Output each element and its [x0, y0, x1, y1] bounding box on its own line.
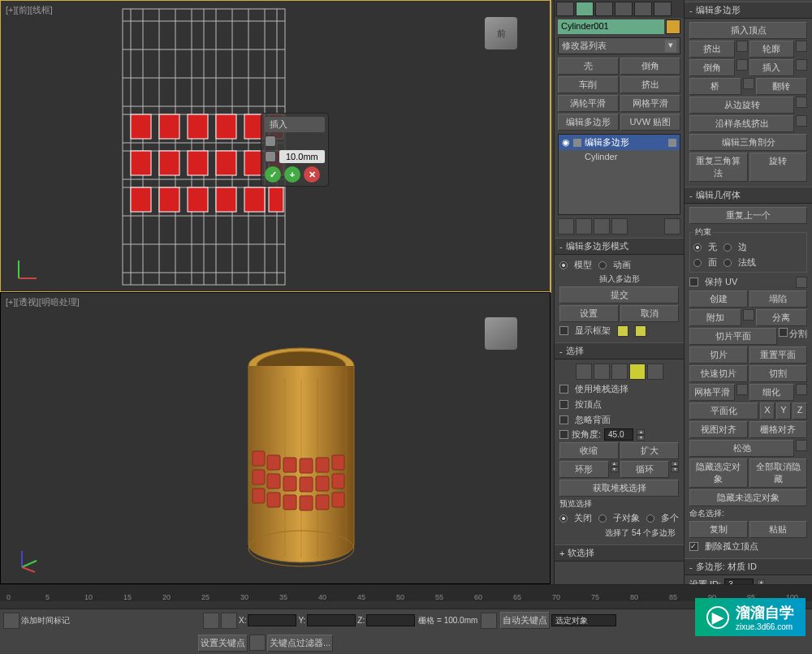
commit-button[interactable]: 提交 — [559, 286, 679, 303]
viewcube-persp[interactable] — [485, 317, 517, 350]
remove-modifier-icon[interactable] — [611, 218, 628, 234]
turn-button[interactable]: 旋转 — [749, 153, 808, 182]
rollout-header[interactable]: -编辑多边形模式 — [555, 238, 684, 255]
caddy-amount-icon[interactable] — [265, 151, 276, 162]
inset-settings[interactable] — [796, 59, 807, 71]
constraint-normal-radio[interactable] — [723, 259, 732, 267]
quickslice-button[interactable]: 快速切片 — [689, 365, 748, 382]
attach-button[interactable]: 附加 — [689, 309, 741, 326]
insert-vertex-button[interactable]: 插入顶点 — [689, 22, 807, 39]
cut-button[interactable]: 切割 — [749, 365, 808, 382]
viewport-front[interactable]: [+][前][线框] 前 — [0, 0, 551, 292]
edge-icon[interactable] — [594, 364, 610, 380]
border-icon[interactable] — [611, 364, 628, 380]
preserve-uv-check[interactable] — [689, 278, 698, 286]
create-tab-icon[interactable] — [556, 2, 574, 16]
ring-spinner[interactable]: ▴▾ — [611, 461, 619, 478]
bridge-button[interactable]: 桥 — [689, 78, 741, 95]
loop-spinner[interactable]: ▴▾ — [671, 461, 679, 478]
rollout-header[interactable]: -多边形: 材质 ID — [685, 558, 812, 575]
collapse-button[interactable]: 塌陷 — [749, 290, 808, 308]
set-key-button[interactable]: 设置关键点 — [198, 635, 248, 652]
caddy-type-button[interactable] — [265, 136, 276, 147]
add-time-tag[interactable]: 添加时间标记 — [21, 615, 70, 626]
detach-button[interactable]: 分离 — [756, 309, 808, 326]
rollout-header[interactable]: -选择 — [555, 342, 684, 359]
modify-tab-icon[interactable] — [576, 2, 594, 16]
settings-button[interactable]: 设置 — [559, 305, 619, 322]
del-iso-check[interactable] — [689, 542, 698, 551]
use-stack-check[interactable] — [559, 385, 568, 394]
paste-button[interactable]: 粘贴 — [749, 521, 808, 538]
preset-extrude[interactable]: 挤出 — [620, 76, 681, 93]
auto-key-button[interactable]: 自动关键点 — [500, 612, 550, 629]
retri-button[interactable]: 重复三角算法 — [689, 153, 748, 182]
bridge-settings[interactable] — [743, 78, 754, 89]
preview-off-radio[interactable] — [559, 514, 568, 523]
show-cage-check[interactable] — [559, 326, 568, 335]
planar-z[interactable]: Z — [793, 402, 807, 420]
cage-color1[interactable] — [617, 325, 628, 337]
show-end-result-icon[interactable] — [576, 218, 592, 234]
configure-sets-icon[interactable] — [664, 218, 680, 234]
script-icon[interactable] — [3, 613, 19, 629]
extrude-spline-settings[interactable] — [796, 115, 807, 127]
anim-radio[interactable] — [598, 261, 607, 269]
shrink-button[interactable]: 收缩 — [559, 442, 619, 459]
y-input[interactable] — [307, 614, 356, 626]
hide-sel-button[interactable]: 隐藏选定对象 — [689, 458, 748, 488]
hide-unsel-button[interactable]: 隐藏未选定对象 — [689, 489, 807, 506]
stack-item-editpoly[interactable]: ◉ 编辑多边形 — [559, 135, 680, 150]
preset-editpoly[interactable]: 编辑多边形 — [558, 114, 619, 131]
viewport-perspective[interactable]: [+][透视][明暗处理] — [0, 292, 551, 584]
stack-toggle-icon[interactable] — [668, 139, 676, 147]
reset-plane-button[interactable]: 重置平面 — [749, 346, 808, 364]
modifier-list-dropdown[interactable]: 修改器列表 ▾ — [558, 37, 680, 54]
angle-spinner[interactable]: 45.0 — [604, 428, 633, 441]
preview-subobj-radio[interactable] — [598, 514, 607, 523]
split-check[interactable] — [779, 328, 788, 337]
edit-tri-button[interactable]: 编辑三角剖分 — [689, 134, 807, 151]
unhide-all-button[interactable]: 全部取消隐藏 — [749, 458, 808, 488]
rollout-header[interactable]: -编辑多边形 — [685, 2, 812, 19]
slice-button[interactable]: 切片 — [689, 346, 748, 364]
outline-button[interactable]: 轮廓 — [749, 41, 795, 58]
inset-button[interactable]: 插入 — [749, 59, 795, 76]
motion-tab-icon[interactable] — [615, 2, 633, 16]
copy-button[interactable]: 复制 — [689, 521, 748, 538]
grow-button[interactable]: 扩大 — [620, 442, 680, 459]
caddy-amount-spinner[interactable]: 10.0mm — [279, 150, 325, 163]
planar-y[interactable]: Y — [776, 402, 791, 420]
attach-list[interactable] — [743, 309, 754, 321]
key-target-input[interactable] — [551, 614, 616, 626]
ignore-back-check[interactable] — [559, 415, 568, 424]
vertex-icon[interactable] — [576, 364, 592, 380]
tessellate-settings[interactable] — [796, 384, 807, 395]
object-color-swatch[interactable] — [666, 19, 680, 34]
element-icon[interactable] — [647, 364, 663, 380]
create-button[interactable]: 创建 — [689, 290, 748, 308]
x-input[interactable] — [248, 614, 296, 626]
timeline[interactable]: 0510152025303540455055606570758085909510… — [0, 584, 812, 609]
hinge-button[interactable]: 从边旋转 — [689, 97, 794, 114]
constraint-face-radio[interactable] — [693, 259, 702, 267]
lightbulb-icon[interactable]: ◉ — [562, 137, 570, 148]
repeat-last-button[interactable]: 重复上一个 — [689, 207, 807, 224]
grid-align-button[interactable]: 栅格对齐 — [749, 421, 808, 438]
polygon-icon[interactable] — [629, 364, 646, 380]
model-radio[interactable] — [559, 261, 568, 269]
loop-button[interactable]: 循环 — [620, 461, 670, 478]
rollout-header[interactable]: +软选择 — [555, 544, 684, 561]
stack-item-cylinder[interactable]: Cylinder — [559, 150, 680, 163]
bevel-button[interactable]: 倒角 — [689, 59, 735, 76]
preset-turbosmooth[interactable]: 涡轮平滑 — [558, 95, 619, 112]
expand-icon[interactable] — [573, 139, 581, 147]
extrude-settings[interactable] — [736, 41, 748, 52]
time-ruler[interactable]: 0510152025303540455055606570758085909510… — [0, 585, 812, 601]
cancel-button[interactable]: 取消 — [620, 305, 680, 322]
ring-button[interactable]: 环形 — [559, 461, 609, 478]
cage-color2[interactable] — [635, 325, 646, 337]
caddy-apply-button[interactable]: + — [284, 166, 300, 183]
view-align-button[interactable]: 视图对齐 — [689, 421, 748, 438]
planar-button[interactable]: 平面化 — [689, 402, 758, 420]
